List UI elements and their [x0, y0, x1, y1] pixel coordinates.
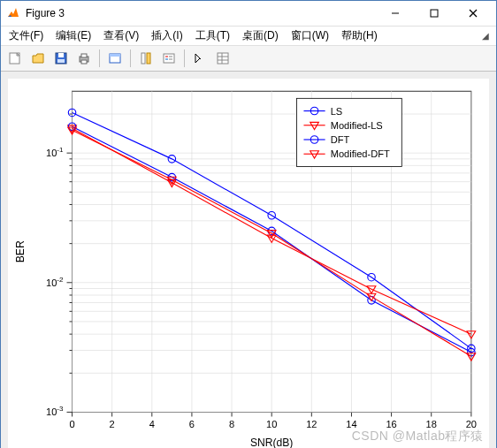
new-figure-icon[interactable]	[4, 48, 26, 69]
svg-rect-12	[110, 54, 120, 57]
insert-legend-icon[interactable]	[158, 48, 180, 69]
title-bar: Figure 3	[1, 1, 496, 27]
open-property-inspector-icon[interactable]	[212, 48, 233, 69]
window-title: Figure 3	[26, 7, 376, 19]
svg-text:14: 14	[346, 419, 356, 429]
svg-rect-13	[141, 53, 145, 64]
menu-bar: 文件(F) 编辑(E) 查看(V) 插入(I) 工具(T) 桌面(D) 窗口(W…	[1, 27, 496, 46]
figure-client-area: 0246810121416182010-310-210-1SNR(dB)BERL…	[1, 72, 496, 448]
menu-view[interactable]: 查看(V)	[97, 27, 145, 45]
menu-insert[interactable]: 插入(I)	[145, 27, 188, 45]
svg-text:8: 8	[229, 419, 234, 429]
svg-rect-21	[218, 53, 228, 64]
svg-rect-15	[164, 54, 174, 63]
svg-text:20: 20	[466, 419, 477, 429]
svg-text:6: 6	[189, 419, 195, 429]
svg-text:16: 16	[386, 419, 396, 429]
edit-plot-icon[interactable]	[189, 48, 210, 69]
matlab-logo-icon	[6, 6, 20, 20]
svg-text:10: 10	[266, 419, 277, 429]
minimize-button[interactable]	[376, 1, 415, 26]
watermark-text: CSDN @Matlab程序猿	[352, 429, 484, 444]
link-axes-icon[interactable]	[104, 48, 126, 69]
svg-rect-9	[81, 54, 87, 57]
svg-rect-6	[58, 53, 64, 57]
insert-colorbar-icon[interactable]	[135, 48, 157, 69]
svg-text:12: 12	[306, 419, 317, 429]
svg-text:BER: BER	[14, 240, 27, 262]
menu-tools[interactable]: 工具(T)	[189, 27, 236, 45]
menu-desktop[interactable]: 桌面(D)	[236, 27, 285, 45]
svg-text:10-3: 10-3	[46, 405, 64, 417]
svg-rect-1	[431, 10, 438, 17]
svg-text:18: 18	[426, 419, 437, 429]
axes[interactable]: 0246810121416182010-310-210-1SNR(dB)BERL…	[8, 79, 489, 448]
svg-text:2: 2	[110, 419, 115, 429]
open-icon[interactable]	[27, 48, 49, 69]
svg-rect-10	[81, 60, 87, 64]
svg-rect-7	[57, 59, 65, 63]
toolbar	[1, 46, 496, 72]
svg-text:LS: LS	[331, 106, 343, 117]
menu-overflow-icon[interactable]: ◢	[477, 31, 494, 41]
close-button[interactable]	[454, 1, 493, 26]
svg-text:0: 0	[69, 419, 74, 429]
svg-text:4: 4	[149, 419, 155, 429]
figure-window: Figure 3 文件(F) 编辑(E) 查看(V) 插入(I) 工具(T) 桌…	[0, 0, 497, 448]
menu-edit[interactable]: 编辑(E)	[50, 27, 97, 45]
svg-text:Modified-LS: Modified-LS	[331, 120, 383, 131]
toolbar-separator	[99, 49, 100, 67]
svg-text:DFT: DFT	[331, 134, 350, 145]
menu-help[interactable]: 帮助(H)	[335, 27, 384, 45]
svg-rect-14	[147, 53, 150, 64]
maximize-button[interactable]	[415, 1, 454, 26]
svg-text:10-2: 10-2	[46, 276, 64, 288]
menu-file[interactable]: 文件(F)	[3, 27, 50, 45]
svg-text:Modified-DFT: Modified-DFT	[331, 148, 390, 159]
toolbar-separator	[184, 49, 185, 67]
print-icon[interactable]	[73, 48, 95, 69]
save-icon[interactable]	[50, 48, 72, 69]
toolbar-separator	[130, 49, 131, 67]
menu-window[interactable]: 窗口(W)	[285, 27, 335, 45]
svg-text:10-1: 10-1	[46, 146, 64, 158]
svg-text:SNR(dB): SNR(dB)	[250, 437, 293, 448]
